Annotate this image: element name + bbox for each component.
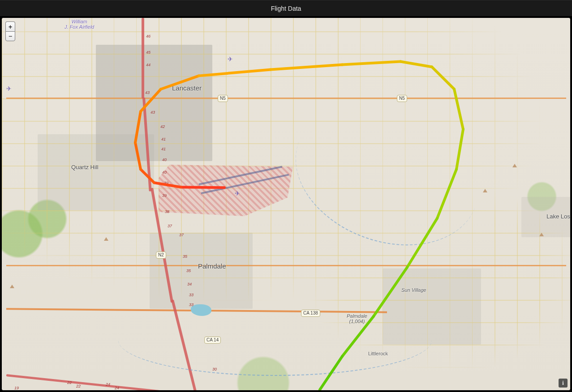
shield-n5: N5 bbox=[218, 95, 228, 102]
exit-num: 34 bbox=[187, 282, 192, 286]
exit-num: 46 bbox=[146, 34, 151, 38]
exit-num: 24 bbox=[106, 382, 110, 387]
exit-num: 30 bbox=[212, 367, 217, 371]
label-littlerock: Littlerock bbox=[368, 351, 388, 356]
label-lake-los: Lake Los bbox=[546, 213, 570, 220]
label-sun-village: Sun Village bbox=[401, 287, 426, 293]
exit-num: 43 bbox=[151, 110, 155, 115]
label-lancaster: Lancaster bbox=[172, 84, 202, 92]
window-title: Flight Data bbox=[271, 5, 301, 12]
exit-num: 41 bbox=[161, 137, 166, 141]
road-arterial bbox=[6, 98, 566, 99]
exit-num: 39 bbox=[164, 181, 168, 185]
shield-ca14: CA 14 bbox=[204, 337, 221, 344]
exit-num: 37 bbox=[168, 224, 172, 228]
label-palmdale-elev: Palmdale (1,004) bbox=[347, 313, 367, 324]
exit-num: 22 bbox=[67, 380, 72, 385]
zoom-in-button[interactable]: + bbox=[5, 21, 15, 31]
peak-icon bbox=[483, 189, 487, 192]
label-fox-airfield: William J. Fox Airfield bbox=[65, 19, 94, 30]
shield-ca138: CA 138 bbox=[301, 310, 320, 317]
zoom-controls: + − bbox=[5, 21, 15, 41]
map-container: ✈ ✈ ✈ William J. Fox Airfield Lancaster … bbox=[0, 16, 572, 392]
peak-icon bbox=[10, 285, 14, 288]
wash bbox=[118, 304, 432, 376]
exit-num: 33 bbox=[189, 303, 194, 307]
exit-num: 35 bbox=[183, 254, 187, 259]
attribution-button[interactable]: i bbox=[559, 379, 568, 388]
exit-num: 37 bbox=[179, 233, 184, 237]
road-arterial bbox=[6, 265, 566, 266]
exit-num: 45 bbox=[146, 50, 151, 55]
exit-num: 42 bbox=[160, 124, 165, 129]
airplane-icon: ✈ bbox=[6, 85, 12, 92]
label-quartz-hill: Quartz Hill bbox=[71, 164, 99, 170]
peak-icon bbox=[104, 237, 108, 241]
label-palmdale: Palmdale bbox=[198, 262, 226, 270]
exit-num: 38 bbox=[165, 209, 169, 214]
exit-num: 22 bbox=[76, 384, 81, 388]
airplane-icon: ✈ bbox=[235, 190, 240, 197]
road-ca14 bbox=[142, 18, 144, 98]
exit-num: 41 bbox=[161, 147, 166, 151]
exit-num: 35 bbox=[186, 268, 191, 273]
shield-n2: N2 bbox=[156, 251, 166, 259]
exit-num: 29 bbox=[221, 389, 226, 390]
exit-num: 40 bbox=[162, 158, 167, 162]
exit-num: 43 bbox=[145, 90, 150, 95]
exit-num: 33 bbox=[189, 293, 194, 297]
exit-num: 44 bbox=[146, 63, 151, 67]
zoom-out-button[interactable]: − bbox=[5, 31, 15, 41]
exit-num: 40 bbox=[162, 170, 167, 175]
exit-num: 24 bbox=[115, 386, 119, 390]
exit-num: 39 bbox=[162, 193, 167, 198]
peak-icon bbox=[539, 233, 544, 236]
peak-icon bbox=[512, 164, 517, 167]
airplane-icon: ✈ bbox=[228, 55, 233, 63]
window-titlebar: Flight Data bbox=[0, 0, 572, 16]
exit-num: 19 bbox=[14, 386, 19, 390]
shield-n5: N5 bbox=[397, 95, 407, 102]
map-canvas[interactable]: ✈ ✈ ✈ William J. Fox Airfield Lancaster … bbox=[2, 18, 570, 390]
